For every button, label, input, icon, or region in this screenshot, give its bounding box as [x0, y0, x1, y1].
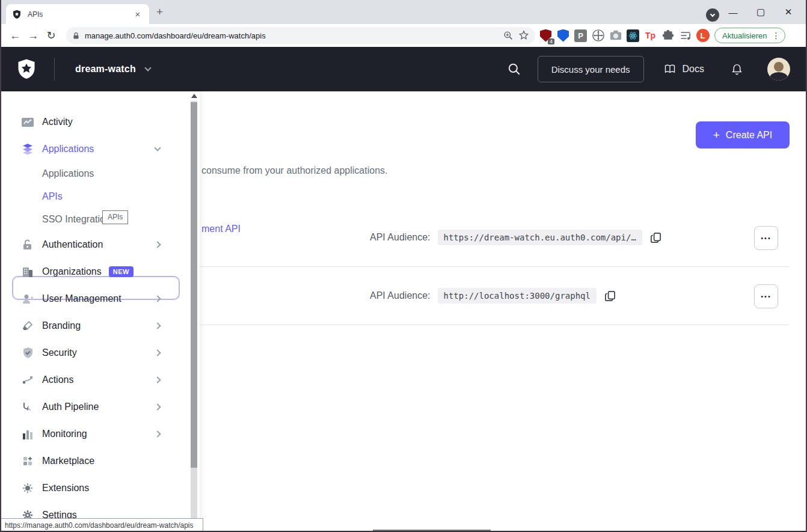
address-bar[interactable]: manage.auth0.com/dashboard/eu/dream-watc… — [66, 27, 535, 44]
sidebar-item-security[interactable]: Security — [1, 344, 189, 362]
bookmark-star-icon[interactable] — [518, 30, 529, 41]
chevron-down-icon — [154, 144, 161, 151]
actions-icon — [22, 375, 34, 385]
create-api-label: Create API — [726, 130, 772, 141]
user-management-icon — [22, 294, 34, 304]
sidebar: Activity Applications Applications APIs … — [1, 91, 200, 532]
sidebar-item-organizations[interactable]: Organizations NEW — [1, 263, 189, 281]
move-crosshair-extension-icon[interactable] — [591, 29, 605, 43]
extensions-puzzle-icon[interactable] — [661, 29, 675, 43]
security-shield-icon — [22, 347, 34, 358]
applications-icon — [22, 144, 34, 154]
new-badge: NEW — [109, 266, 133, 277]
audience-label: API Audience: — [370, 232, 431, 243]
update-label: Aktualisieren — [722, 31, 767, 40]
search-icon[interactable] — [508, 63, 521, 76]
window-controls: — ▢ ✕ — [719, 0, 802, 24]
zoom-icon[interactable] — [503, 31, 514, 41]
new-tab-button[interactable]: + — [156, 8, 163, 16]
camera-extension-icon[interactable] — [609, 29, 622, 43]
minimize-button[interactable]: — — [719, 7, 747, 17]
sidebar-item-applications-sub[interactable]: Applications — [1, 165, 189, 183]
copy-icon[interactable] — [604, 290, 616, 302]
p-extension-icon[interactable]: P — [574, 29, 588, 43]
create-api-button[interactable]: + Create API — [696, 121, 790, 148]
tab-search-button[interactable] — [706, 8, 719, 22]
more-actions-button[interactable]: ••• — [754, 226, 778, 250]
sidebar-item-applications[interactable]: Applications — [1, 140, 189, 158]
book-icon — [663, 63, 677, 75]
browser-toolbar: ← → ↻ manage.auth0.com/dashboard/eu/drea… — [1, 24, 806, 47]
chevron-right-icon — [154, 349, 161, 356]
browser-window: APIs × + — ▢ ✕ ← → ↻ manage.auth0.com/da… — [0, 0, 807, 532]
sidebar-item-branding[interactable]: Branding — [1, 317, 189, 335]
organizations-icon — [22, 267, 34, 277]
reload-button[interactable]: ↻ — [42, 29, 60, 42]
apis-tooltip: APIs — [102, 210, 128, 224]
sidebar-item-activity[interactable]: Activity — [1, 113, 189, 131]
plus-icon: + — [713, 129, 720, 142]
sidebar-item-actions[interactable]: Actions — [1, 371, 189, 389]
maximize-button[interactable]: ▢ — [747, 7, 775, 17]
api-audience-row: API Audience: http://localhost:3000/grap… — [370, 288, 616, 304]
scrollbar-thumb[interactable] — [191, 102, 197, 468]
sidebar-item-auth-pipeline[interactable]: Auth Pipeline — [1, 398, 189, 416]
tab-close-icon[interactable]: × — [132, 9, 143, 20]
sidebar-scrollbar[interactable] — [189, 91, 199, 532]
browser-tab[interactable]: APIs × — [6, 4, 149, 24]
react-devtools-extension-icon[interactable] — [626, 29, 640, 43]
sidebar-item-authentication[interactable]: Authentication — [1, 236, 189, 254]
clipped-footer-text — [373, 530, 491, 531]
media-controls-icon[interactable] — [678, 29, 692, 43]
close-button[interactable]: ✕ — [775, 7, 802, 17]
bitwarden-extension-icon[interactable] — [556, 29, 570, 43]
url-text: manage.auth0.com/dashboard/eu/dream-watc… — [85, 31, 499, 40]
docs-label: Docs — [683, 64, 704, 75]
audience-label: API Audience: — [370, 290, 431, 301]
browser-menu-icon[interactable]: ⋮ — [769, 31, 782, 40]
chevron-right-icon — [154, 403, 161, 410]
profile-avatar[interactable]: L — [696, 29, 710, 43]
audience-value: http://localhost:3000/graphql — [438, 288, 597, 304]
ublock-badge: 4 — [548, 38, 554, 44]
audience-value: https://dream-watch.eu.auth0.com/api/… — [438, 230, 642, 245]
page-description: consume from your authorized application… — [201, 165, 388, 176]
tenant-name[interactable]: dream-watch — [75, 64, 136, 75]
chevron-right-icon — [154, 241, 161, 248]
sidebar-item-sso-integrations[interactable]: SSO Integrations — [1, 210, 189, 228]
nav-divider — [54, 58, 55, 81]
auth-pipeline-icon — [22, 402, 34, 412]
marketplace-icon — [22, 456, 34, 466]
extensions-icon — [22, 483, 34, 494]
sidebar-item-monitoring[interactable]: Monitoring — [1, 425, 189, 443]
tab-strip: APIs × + — ▢ ✕ — [1, 0, 806, 24]
branding-icon — [22, 320, 34, 331]
auth0-logo-icon[interactable] — [16, 58, 37, 81]
copy-icon[interactable] — [649, 231, 662, 244]
sidebar-item-user-management[interactable]: User Management — [1, 290, 189, 308]
tenant-chevron-down-icon[interactable] — [144, 64, 151, 71]
chrome-update-button[interactable]: Aktualisieren ⋮ — [714, 28, 785, 43]
status-url: https://manage.auth0.com/dashboard/eu/dr… — [5, 521, 194, 530]
discuss-needs-button[interactable]: Discuss your needs — [538, 56, 644, 82]
user-avatar[interactable] — [767, 58, 790, 81]
row-divider — [200, 266, 789, 267]
ublock-extension-icon[interactable]: 4 — [539, 29, 553, 43]
sidebar-item-apis[interactable]: APIs — [1, 188, 189, 206]
status-bar: https://manage.auth0.com/dashboard/eu/dr… — [1, 518, 203, 532]
forward-button[interactable]: → — [24, 29, 42, 42]
chevron-right-icon — [154, 376, 161, 383]
sidebar-item-marketplace[interactable]: Marketplace — [1, 452, 189, 470]
bell-icon[interactable] — [731, 63, 743, 76]
more-actions-button[interactable]: ••• — [754, 284, 778, 308]
lock-icon — [72, 32, 80, 40]
docs-link[interactable]: Docs — [663, 63, 704, 75]
tampermonkey-extension-icon[interactable]: Tp — [643, 29, 657, 43]
api-audience-row: API Audience: https://dream-watch.eu.aut… — [370, 230, 662, 245]
lock-icon — [22, 239, 34, 250]
api-name-link[interactable]: ment API — [201, 224, 241, 234]
scrollbar-up-arrow[interactable] — [191, 94, 197, 98]
back-button[interactable]: ← — [6, 29, 24, 42]
sidebar-item-extensions[interactable]: Extensions — [1, 479, 189, 497]
auth0-favicon-icon — [12, 10, 22, 19]
